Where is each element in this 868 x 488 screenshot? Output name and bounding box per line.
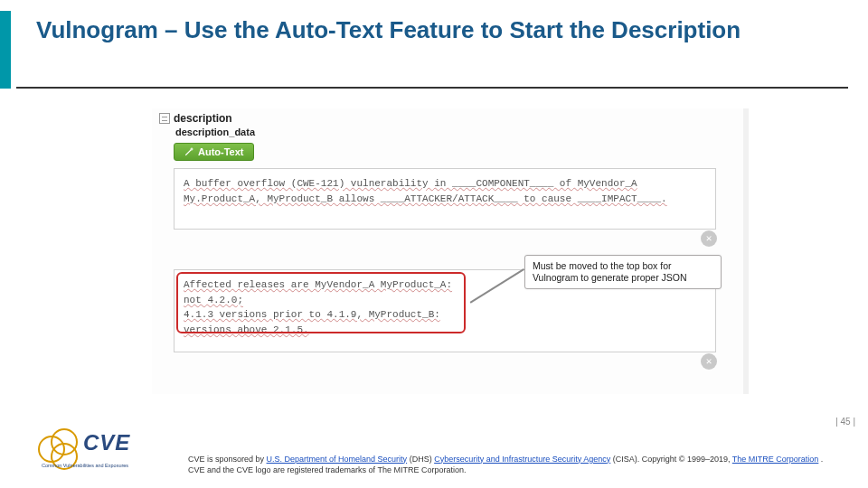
description-section-label: description [159, 112, 736, 125]
textbox2-line4: versions above 2.1.5. [184, 323, 706, 338]
title-rule [16, 87, 848, 89]
description-data-label: description_data [175, 127, 736, 137]
close-icon: ✕ [706, 231, 712, 247]
textbox1-content: A buffer overflow (CWE-121) vulnerabilit… [184, 178, 667, 204]
footer-link-cisa[interactable]: Cybersecurity and Infrastructure Securit… [434, 455, 610, 464]
description-textbox-1[interactable]: A buffer overflow (CWE-121) vulnerabilit… [174, 168, 716, 230]
vulnogram-screenshot: description description_data Auto-Text A… [152, 108, 749, 394]
accent-bar [0, 11, 11, 89]
page-number: | 45 | [835, 417, 855, 427]
footer-text: CVE is sponsored by U.S. Department of H… [188, 454, 841, 475]
slide-title: Vulnogram – Use the Auto-Text Feature to… [36, 16, 832, 44]
footer-link-mitre[interactable]: The MITRE Corporation [732, 455, 819, 464]
description-label-text: description [174, 112, 232, 125]
cve-logo: CVE Common Vulnerabilities and Exposures [38, 428, 146, 470]
slide-footer: | 45 | CVE Common Vulnerabilities and Ex… [0, 416, 868, 488]
close-icon: ✕ [706, 354, 712, 370]
footer-sponsor-prefix: CVE is sponsored by [188, 455, 267, 464]
textbox2-line3: 4.1.3 versions prior to 4.1.9, MyProduct… [184, 307, 706, 323]
callout-text: Must be moved to the top box for Vulnogr… [533, 260, 687, 283]
cve-logo-text: CVE [83, 430, 130, 455]
cve-logo-subtext: Common Vulnerabilities and Exposures [42, 463, 128, 468]
magic-wand-icon [184, 146, 194, 157]
footer-link-dhs[interactable]: U.S. Department of Homeland Security [267, 455, 408, 464]
slide: Vulnogram – Use the Auto-Text Feature to… [0, 0, 868, 488]
autotext-button-label: Auto-Text [198, 146, 244, 157]
footer-cisa-suffix: (CISA). Copyright © 1999–2019, [613, 455, 732, 464]
footer-dhs-paren: (DHS) [410, 455, 435, 464]
textbox2-line2: not 4.2.0; [184, 293, 706, 308]
clear-textbox-1-button[interactable]: ✕ [701, 230, 717, 247]
list-icon [159, 113, 170, 124]
clear-textbox-2-button[interactable]: ✕ [701, 353, 717, 370]
autotext-button[interactable]: Auto-Text [174, 143, 254, 161]
callout-note: Must be moved to the top box for Vulnogr… [524, 255, 722, 289]
